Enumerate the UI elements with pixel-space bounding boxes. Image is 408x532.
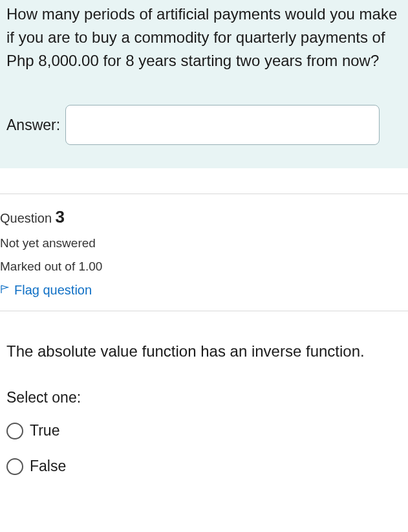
- option-true-label: True: [30, 422, 59, 439]
- flag-question-link[interactable]: Flag question: [0, 283, 408, 298]
- option-true-row[interactable]: True: [6, 422, 402, 439]
- answer-label: Answer:: [6, 116, 60, 134]
- flag-question-label: Flag question: [14, 283, 92, 298]
- question-1-body: How many periods of artificial payments …: [0, 0, 408, 168]
- question-1-text: How many periods of artificial payments …: [6, 3, 402, 72]
- option-false-label: False: [30, 458, 66, 475]
- question-3-status: Not yet answered: [0, 236, 408, 250]
- question-3-title: Question 3: [0, 207, 408, 227]
- answer-row: Answer:: [6, 105, 402, 145]
- flag-icon: [0, 284, 10, 297]
- section-spacer: [0, 311, 408, 342]
- answer-input[interactable]: [65, 105, 380, 145]
- question-3-text: The absolute value function has an inver…: [6, 342, 402, 360]
- question-3-marks: Marked out of 1.00: [0, 260, 408, 274]
- option-false-row[interactable]: False: [6, 458, 402, 475]
- question-3-body: The absolute value function has an inver…: [0, 342, 408, 501]
- radio-false[interactable]: [6, 458, 23, 475]
- section-divider: [0, 168, 408, 194]
- question-number: 3: [56, 207, 65, 227]
- question-3-header: Question 3 Not yet answered Marked out o…: [0, 194, 408, 311]
- radio-true[interactable]: [6, 423, 23, 439]
- select-one-label: Select one:: [6, 389, 402, 406]
- question-prefix: Question: [0, 211, 56, 225]
